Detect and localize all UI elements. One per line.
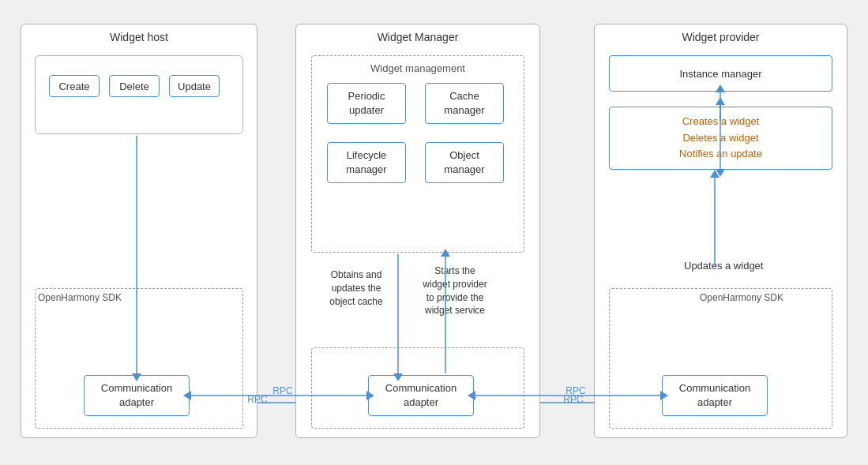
host-comm-adapter: Communicationadapter	[84, 375, 190, 416]
manager-comm-label: Communicationadapter	[385, 381, 457, 410]
object-manager: Objectmanager	[425, 142, 504, 183]
cache-manager: Cachemanager	[425, 83, 504, 124]
provider-sdk-label: OpenHarmony SDK	[700, 292, 826, 303]
provider-comm-label: Communicationadapter	[679, 381, 750, 410]
provider-actions-box: Creates a widget Deletes a widget Notifi…	[609, 107, 832, 170]
manager-comm-adapter: Communicationadapter	[368, 375, 474, 416]
instance-label: Instance manager	[679, 68, 761, 80]
lifecycle-label: Lifecyclemanager	[346, 148, 386, 177]
periodic-label: Periodicupdater	[348, 89, 385, 118]
update-button[interactable]: Update	[169, 75, 220, 97]
updates-label: Updates a widget	[684, 259, 795, 273]
provider-comm-adapter: Communicationadapter	[662, 375, 768, 416]
delete-button[interactable]: Delete	[109, 75, 160, 97]
obtains-text: Obtains and updates the object cache	[317, 268, 396, 308]
rpc-label-left: RPC	[267, 385, 299, 396]
lifecycle-manager: Lifecyclemanager	[327, 142, 406, 183]
provider-title: Widget provider	[594, 30, 847, 46]
update-label: Update	[178, 81, 211, 92]
periodic-updater: Periodicupdater	[327, 83, 406, 124]
host-sdk-label: OpenHarmony SDK	[38, 292, 141, 303]
manager-title: Widget Manager	[295, 30, 540, 46]
host-comm-label: Communicationadapter	[101, 381, 172, 410]
create-button[interactable]: Create	[49, 75, 100, 97]
delete-label: Delete	[119, 81, 149, 92]
host-title: Widget host	[21, 30, 257, 46]
rpc-label-right: RPC	[560, 385, 592, 396]
starts-text: Starts the widget provider to provide th…	[408, 264, 502, 317]
instance-manager: Instance manager	[609, 55, 832, 92]
object-label: Objectmanager	[444, 148, 484, 177]
diagram-container: Widget host Create Delete Update OpenHar…	[13, 16, 855, 449]
mgmt-label: Widget management	[311, 62, 524, 76]
provider-actions-label: Creates a widget Deletes a widget Notifi…	[679, 114, 762, 163]
create-label: Create	[58, 81, 89, 92]
cache-label: Cachemanager	[444, 89, 484, 118]
